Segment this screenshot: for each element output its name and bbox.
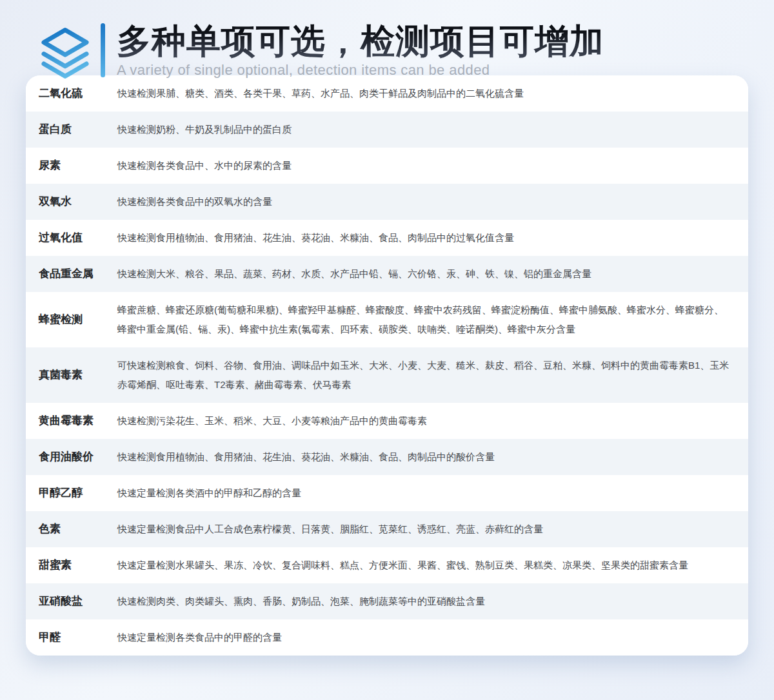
- header-titles: 多种单项可选，检测项目可增加 A variety of single optio…: [117, 22, 748, 79]
- item-name: 食品重金属: [39, 266, 117, 282]
- table-row: 尿素 快速检测各类食品中、水中的尿素的含量: [26, 148, 748, 184]
- layers-stack-icon: [40, 27, 90, 79]
- table-row: 二氧化硫 快速检测果脯、糖类、酒类、各类干果、草药、水产品、肉类干鲜品及肉制品中…: [26, 75, 748, 112]
- table-row: 甜蜜素 快速定量检测水果罐头、果冻、冷饮、复合调味料、糕点、方便米面、果酱、蜜饯…: [26, 547, 748, 583]
- item-name: 蛋白质: [39, 122, 117, 137]
- item-name: 过氧化值: [39, 230, 117, 246]
- item-description: 快速定量检测各类酒中的甲醇和乙醇的含量: [117, 483, 731, 503]
- item-description: 可快速检测粮食、饲料、谷物、食用油、调味品中如玉米、大米、小麦、大麦、糙米、麸皮…: [117, 356, 731, 394]
- table-row: 双氧水 快速检测各类食品中的双氧水的含量: [26, 184, 748, 220]
- table-row: 黄曲霉毒素 快速检测污染花生、玉米、稻米、大豆、小麦等粮油产品中的黄曲霉毒素: [26, 403, 748, 439]
- table-row: 甲醇乙醇 快速定量检测各类酒中的甲醇和乙醇的含量: [26, 475, 748, 511]
- item-name: 黄曲霉毒素: [39, 413, 117, 429]
- detection-items-card: 二氧化硫 快速检测果脯、糖类、酒类、各类干果、草药、水产品、肉类干鲜品及肉制品中…: [26, 75, 748, 656]
- table-row: 食用油酸价 快速检测食用植物油、食用猪油、花生油、葵花油、米糠油、食品、肉制品中…: [26, 439, 748, 475]
- table-row: 食品重金属 快速检测大米、粮谷、果品、蔬菜、药材、水质、水产品中铅、镉、六价铬、…: [26, 256, 748, 292]
- item-description: 快速检测食用植物油、食用猪油、花生油、葵花油、米糠油、食品、肉制品中的过氧化值含…: [117, 228, 731, 248]
- item-name: 尿素: [39, 158, 117, 173]
- item-name: 甲醛: [39, 630, 117, 645]
- item-description: 快速检测各类食品中、水中的尿素的含量: [117, 156, 731, 175]
- table-row: 过氧化值 快速检测食用植物油、食用猪油、花生油、葵花油、米糠油、食品、肉制品中的…: [26, 220, 748, 256]
- item-description: 蜂蜜蔗糖、蜂蜜还原糖(葡萄糖和果糖)、蜂蜜羟甲基糠醛、蜂蜜酸度、蜂蜜中农药残留、…: [117, 300, 731, 339]
- item-name: 甜蜜素: [39, 558, 117, 573]
- item-description: 快速检测奶粉、牛奶及乳制品中的蛋白质: [117, 120, 731, 139]
- item-description: 快速检测肉类、肉类罐头、熏肉、香肠、奶制品、泡菜、腌制蔬菜等中的亚硝酸盐含量: [117, 592, 731, 611]
- table-row: 蛋白质 快速检测奶粉、牛奶及乳制品中的蛋白质: [26, 112, 748, 148]
- item-name: 双氧水: [39, 194, 117, 209]
- item-name: 色素: [39, 521, 117, 537]
- detection-items-table: 二氧化硫 快速检测果脯、糖类、酒类、各类干果、草药、水产品、肉类干鲜品及肉制品中…: [26, 75, 748, 656]
- page-title: 多种单项可选，检测项目可增加: [117, 22, 748, 60]
- item-description: 快速检测大米、粮谷、果品、蔬菜、药材、水质、水产品中铅、镉、六价铬、汞、砷、铁、…: [117, 264, 731, 284]
- page-subtitle: A variety of single optional, detection …: [117, 62, 748, 79]
- item-name: 蜂蜜检测: [39, 312, 117, 327]
- item-name: 亚硝酸盐: [39, 594, 117, 609]
- table-row: 亚硝酸盐 快速检测肉类、肉类罐头、熏肉、香肠、奶制品、泡菜、腌制蔬菜等中的亚硝酸…: [26, 583, 748, 619]
- item-name: 真菌毒素: [39, 367, 117, 383]
- item-name: 食用油酸价: [39, 449, 117, 465]
- header-divider-bar: [101, 23, 105, 77]
- item-name: 甲醇乙醇: [39, 485, 117, 501]
- table-row: 色素 快速定量检测食品中人工合成色素柠檬黄、日落黄、胭脂红、苋菜红、诱惑红、亮蓝…: [26, 511, 748, 547]
- item-description: 快速检测果脯、糖类、酒类、各类干果、草药、水产品、肉类干鲜品及肉制品中的二氧化硫…: [117, 84, 731, 103]
- table-row: 真菌毒素 可快速检测粮食、饲料、谷物、食用油、调味品中如玉米、大米、小麦、大麦、…: [26, 347, 748, 403]
- table-row: 蜂蜜检测 蜂蜜蔗糖、蜂蜜还原糖(葡萄糖和果糖)、蜂蜜羟甲基糠醛、蜂蜜酸度、蜂蜜中…: [26, 292, 748, 347]
- table-row: 甲醛 快速定量检测各类食品中的甲醛的含量: [26, 619, 748, 656]
- item-description: 快速定量检测水果罐头、果冻、冷饮、复合调味料、糕点、方便米面、果酱、蜜饯、熟制豆…: [117, 556, 731, 575]
- page-header: 多种单项可选，检测项目可增加 A variety of single optio…: [0, 0, 774, 70]
- item-description: 快速检测污染花生、玉米、稻米、大豆、小麦等粮油产品中的黄曲霉毒素: [117, 411, 731, 431]
- item-description: 快速定量检测各类食品中的甲醛的含量: [117, 628, 731, 647]
- page: 多种单项可选，检测项目可增加 A variety of single optio…: [0, 0, 774, 656]
- item-description: 快速定量检测食品中人工合成色素柠檬黄、日落黄、胭脂红、苋菜红、诱惑红、亮蓝、赤藓…: [117, 520, 731, 539]
- item-name: 二氧化硫: [39, 86, 117, 101]
- item-description: 快速检测食用植物油、食用猪油、花生油、葵花油、米糠油、食品、肉制品中的酸价含量: [117, 447, 731, 467]
- item-description: 快速检测各类食品中的双氧水的含量: [117, 192, 731, 211]
